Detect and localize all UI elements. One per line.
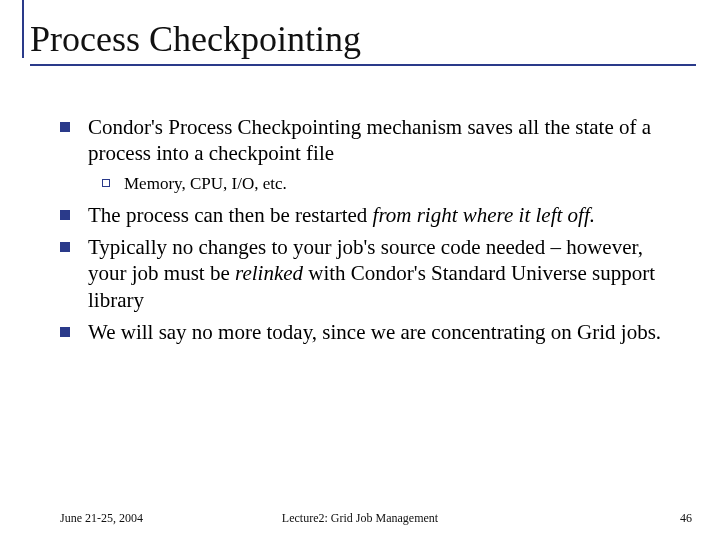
slide: Process Checkpointing Condor's Process C…	[0, 0, 720, 540]
bullet-level1: Condor's Process Checkpointing mechanism…	[60, 114, 676, 167]
bullet-level2: Memory, CPU, I/O, etc.	[102, 173, 676, 194]
bullet-text: Typically no changes to your job's sourc…	[88, 234, 676, 313]
bullet-text: We will say no more today, since we are …	[88, 319, 676, 345]
text-italic: from right where it left off.	[373, 203, 595, 227]
title-rule-horizontal	[30, 64, 696, 66]
bullet-level1: We will say no more today, since we are …	[60, 319, 676, 345]
footer-page-number: 46	[680, 511, 692, 526]
bullet-level1: The process can then be restarted from r…	[60, 202, 676, 228]
bullet-text: Memory, CPU, I/O, etc.	[124, 173, 287, 194]
bullet-text: The process can then be restarted from r…	[88, 202, 676, 228]
bullet-square-icon	[60, 242, 70, 252]
bullet-square-icon	[60, 210, 70, 220]
footer-date: June 21-25, 2004	[60, 511, 143, 526]
bullet-square-icon	[60, 122, 70, 132]
slide-footer: June 21-25, 2004 Lecture2: Grid Job Mana…	[0, 511, 720, 526]
text-italic: relinked	[235, 261, 303, 285]
bullet-open-square-icon	[102, 179, 110, 187]
slide-body: Condor's Process Checkpointing mechanism…	[30, 66, 696, 345]
bullet-level1: Typically no changes to your job's sourc…	[60, 234, 676, 313]
slide-title: Process Checkpointing	[30, 18, 696, 60]
bullet-text: Condor's Process Checkpointing mechanism…	[88, 114, 676, 167]
title-rule-vertical	[22, 0, 24, 58]
text-span: The process can then be restarted	[88, 203, 373, 227]
footer-center: Lecture2: Grid Job Management	[282, 511, 438, 526]
bullet-square-icon	[60, 327, 70, 337]
title-wrap: Process Checkpointing	[30, 12, 696, 66]
